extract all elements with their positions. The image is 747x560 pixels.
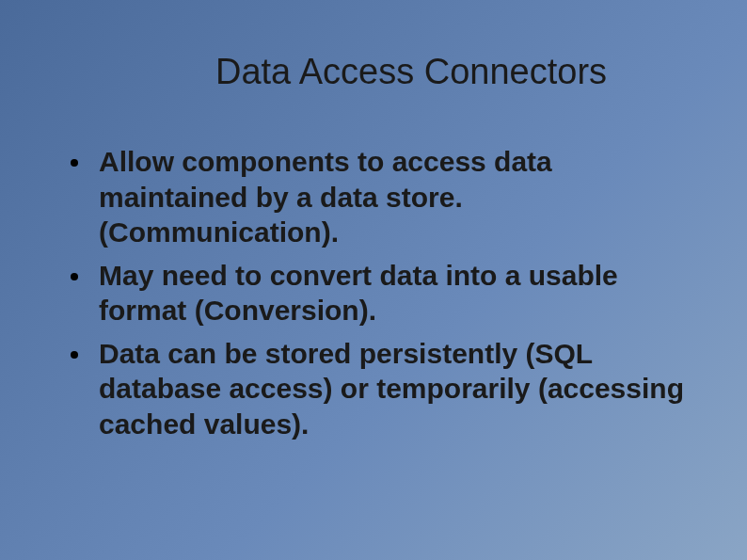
bullet-icon (71, 351, 78, 359)
bullet-icon (71, 159, 78, 167)
slide-container: Data Access Connectors Allow components … (0, 0, 747, 560)
bullet-item: Allow components to access data maintain… (71, 144, 686, 250)
bullet-icon (71, 273, 78, 280)
slide-content: Allow components to access data maintain… (52, 144, 695, 441)
bullet-item: May need to convert data into a usable f… (71, 258, 686, 328)
bullet-text: May need to convert data into a usable f… (99, 258, 686, 328)
bullet-text: Data can be stored persistently (SQL dat… (99, 336, 686, 442)
bullet-item: Data can be stored persistently (SQL dat… (71, 336, 686, 442)
slide-title: Data Access Connectors (127, 52, 695, 92)
bullet-text: Allow components to access data maintain… (99, 144, 686, 250)
